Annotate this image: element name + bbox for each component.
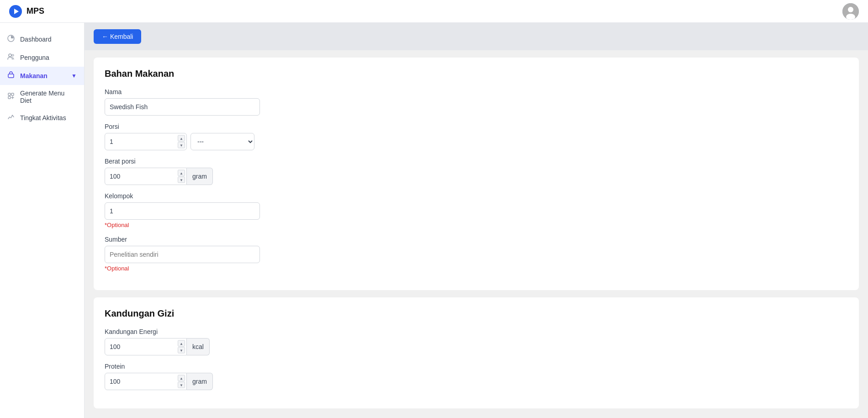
porsi-number-wrap: ▲ ▼ bbox=[105, 133, 187, 150]
sumber-label: Sumber bbox=[105, 236, 848, 243]
activity-icon bbox=[7, 113, 15, 122]
back-button[interactable]: ← Kembali bbox=[94, 29, 141, 44]
sidebar-item-pengguna[interactable]: Pengguna bbox=[0, 48, 84, 67]
berat-porsi-spin-buttons: ▲ ▼ bbox=[178, 170, 185, 183]
kandungan-energi-input[interactable] bbox=[105, 338, 187, 355]
protein-group: Protein ▲ ▼ gram bbox=[105, 363, 848, 390]
svg-rect-9 bbox=[8, 96, 11, 99]
protein-spin-buttons: ▲ ▼ bbox=[178, 375, 185, 388]
chevron-down-icon: ▼ bbox=[71, 73, 77, 79]
svg-rect-6 bbox=[8, 74, 14, 78]
sumber-group: Sumber *Optional bbox=[105, 236, 848, 272]
back-bar: ← Kembali bbox=[85, 23, 868, 50]
main-content: ← Kembali Bahan Makanan Nama Porsi ▲ ▼ bbox=[85, 23, 868, 418]
protein-input[interactable] bbox=[105, 373, 187, 390]
sidebar-item-label: Pengguna bbox=[20, 54, 49, 61]
kelompok-optional: *Optional bbox=[105, 222, 848, 228]
nama-group: Nama bbox=[105, 88, 848, 116]
porsi-spin-buttons: ▲ ▼ bbox=[178, 135, 185, 148]
berat-porsi-input-wrap: ▲ ▼ gram bbox=[105, 168, 848, 185]
sidebar-item-tingkat-aktivitas[interactable]: Tingkat Aktivitas bbox=[0, 109, 84, 127]
kelompok-label: Kelompok bbox=[105, 192, 848, 200]
kandungan-energi-spin-up[interactable]: ▲ bbox=[178, 340, 185, 347]
kelompok-group: Kelompok *Optional bbox=[105, 192, 848, 228]
sidebar: Dashboard Pengguna Makanan ▼ Generate Me… bbox=[0, 23, 85, 418]
bahan-makanan-card: Bahan Makanan Nama Porsi ▲ ▼ bbox=[94, 58, 859, 290]
generate-icon bbox=[7, 92, 15, 101]
porsi-number-input[interactable] bbox=[105, 133, 187, 150]
berat-porsi-number-wrap: ▲ ▼ bbox=[105, 168, 187, 185]
berat-porsi-spin-down[interactable]: ▼ bbox=[178, 177, 185, 183]
kandungan-energi-number-wrap: ▲ ▼ bbox=[105, 338, 187, 355]
berat-porsi-spin-up[interactable]: ▲ bbox=[178, 170, 185, 176]
svg-point-4 bbox=[9, 54, 11, 57]
protein-label: Protein bbox=[105, 363, 848, 370]
sidebar-item-label: Makanan bbox=[20, 72, 48, 79]
kandungan-energi-spin-buttons: ▲ ▼ bbox=[178, 340, 185, 354]
svg-point-1 bbox=[848, 7, 853, 12]
kandungan-energi-input-wrap: ▲ ▼ kcal bbox=[105, 338, 848, 355]
sidebar-item-label: Generate Menu Diet bbox=[20, 90, 77, 104]
protein-number-wrap: ▲ ▼ bbox=[105, 373, 187, 390]
berat-porsi-group: Berat porsi ▲ ▼ gram bbox=[105, 158, 848, 185]
app-title: MPS bbox=[26, 6, 44, 16]
porsi-label: Porsi bbox=[105, 123, 848, 130]
svg-point-5 bbox=[12, 54, 14, 56]
sumber-input[interactable] bbox=[105, 246, 260, 263]
kandungan-energi-spin-down[interactable]: ▼ bbox=[178, 347, 185, 354]
kandungan-gizi-title: Kandungan Gizi bbox=[105, 308, 848, 319]
sidebar-item-label: Tingkat Aktivitas bbox=[20, 114, 66, 122]
berat-porsi-input[interactable] bbox=[105, 168, 187, 185]
porsi-row: ▲ ▼ --- bbox=[105, 133, 848, 150]
protein-spin-down[interactable]: ▼ bbox=[178, 382, 185, 388]
dashboard-icon bbox=[7, 35, 15, 44]
topbar: MPS bbox=[0, 0, 868, 23]
nama-label: Nama bbox=[105, 88, 848, 95]
sumber-optional: *Optional bbox=[105, 265, 848, 272]
kelompok-input[interactable] bbox=[105, 202, 260, 220]
sidebar-item-generate-menu-diet[interactable]: Generate Menu Diet bbox=[0, 85, 84, 109]
kandungan-energi-group: Kandungan Energi ▲ ▼ kcal bbox=[105, 328, 848, 355]
topbar-left: MPS bbox=[9, 5, 44, 18]
kandungan-gizi-card: Kandungan Gizi Kandungan Energi ▲ ▼ kcal bbox=[94, 297, 859, 408]
bahan-makanan-title: Bahan Makanan bbox=[105, 69, 848, 79]
protein-spin-up[interactable]: ▲ bbox=[178, 375, 185, 381]
porsi-spin-down[interactable]: ▼ bbox=[178, 142, 185, 148]
sidebar-item-makanan[interactable]: Makanan ▼ bbox=[0, 67, 84, 85]
sidebar-item-label: Dashboard bbox=[20, 36, 52, 43]
avatar[interactable] bbox=[842, 3, 859, 20]
food-icon bbox=[7, 71, 15, 80]
kandungan-energi-unit: kcal bbox=[187, 338, 210, 355]
app-logo-icon bbox=[9, 5, 22, 18]
svg-rect-8 bbox=[11, 93, 14, 95]
porsi-select[interactable]: --- bbox=[191, 133, 254, 150]
protein-unit: gram bbox=[187, 373, 213, 390]
sidebar-item-dashboard[interactable]: Dashboard bbox=[0, 30, 84, 48]
berat-porsi-unit: gram bbox=[187, 168, 213, 185]
svg-rect-7 bbox=[8, 93, 11, 95]
kandungan-energi-label: Kandungan Energi bbox=[105, 328, 848, 335]
berat-porsi-label: Berat porsi bbox=[105, 158, 848, 165]
protein-input-wrap: ▲ ▼ gram bbox=[105, 373, 848, 390]
porsi-group: Porsi ▲ ▼ --- bbox=[105, 123, 848, 150]
nama-input[interactable] bbox=[105, 98, 260, 116]
porsi-spin-up[interactable]: ▲ bbox=[178, 135, 185, 142]
users-icon bbox=[7, 53, 15, 62]
